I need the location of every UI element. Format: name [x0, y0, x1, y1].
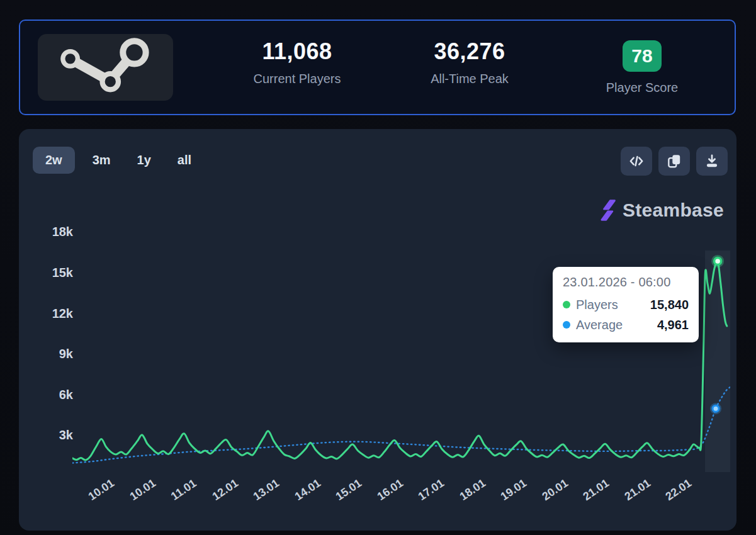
range-button-3m[interactable]: 3m: [84, 147, 120, 174]
download-icon: [704, 153, 720, 169]
range-button-all[interactable]: all: [169, 147, 200, 174]
chart-actions: [621, 147, 728, 176]
players-marker: [714, 257, 721, 264]
page: 11,068 Current Players 36,276 All-Time P…: [0, 0, 756, 535]
tooltip-average-value: 4,961: [657, 318, 689, 332]
all-time-peak-label: All-Time Peak: [383, 72, 556, 86]
range-button-1y[interactable]: 1y: [128, 147, 160, 174]
x-tick-label: 13.01: [246, 473, 287, 507]
x-tick-label: 19.01: [494, 473, 534, 507]
code-icon: [628, 153, 645, 169]
chart-tooltip: 23.01.2026 - 06:00 Players 15,840 Averag…: [553, 267, 699, 342]
x-tick-label: 11.01: [164, 473, 205, 507]
copy-button[interactable]: [658, 147, 690, 176]
x-tick-label: 17.01: [411, 473, 452, 507]
chart-panel: 2w 3m 1y all: [19, 129, 736, 531]
copy-icon: [666, 153, 682, 169]
current-players-label: Current Players: [211, 72, 383, 86]
average-dot-icon: [563, 321, 570, 329]
x-tick-label: 21.01: [576, 473, 617, 507]
stats-row: 11,068 Current Players 36,276 All-Time P…: [211, 40, 728, 95]
player-score-badge: 78: [623, 40, 662, 72]
time-range-selector: 2w 3m 1y all: [33, 147, 200, 174]
tooltip-players-row: Players 15,840: [563, 295, 689, 315]
x-tick-label: 10.01: [81, 473, 122, 507]
tooltip-average-row: Average 4,961: [563, 315, 689, 335]
range-button-2w[interactable]: 2w: [33, 147, 75, 174]
y-tick-label: 6k: [38, 387, 73, 402]
x-tick-label: 14.01: [287, 473, 328, 507]
x-tick-label: 20.01: [534, 473, 575, 507]
average-marker: [713, 405, 719, 412]
current-players-value: 11,068: [211, 40, 383, 63]
tooltip-average-label: Average: [576, 318, 623, 332]
y-tick-label: 12k: [38, 306, 73, 321]
steambase-glyph-icon: [601, 198, 618, 222]
stat-player-score: 78 Player Score: [556, 40, 728, 95]
steambase-wordmark: Steambase: [623, 200, 724, 221]
embed-code-button[interactable]: [621, 147, 652, 176]
tooltip-players-label: Players: [576, 298, 618, 312]
y-tick-label: 15k: [38, 265, 73, 280]
download-button[interactable]: [696, 147, 728, 176]
x-tick-label: 18.01: [452, 473, 493, 507]
steam-icon: [55, 36, 157, 99]
player-score-label: Player Score: [556, 81, 728, 95]
stats-card: 11,068 Current Players 36,276 All-Time P…: [19, 20, 736, 115]
steam-logo-tile: [38, 34, 173, 101]
stat-all-time-peak: 36,276 All-Time Peak: [383, 40, 556, 95]
hover-highlight-band: [705, 251, 730, 472]
tooltip-players-value: 15,840: [650, 298, 689, 312]
x-tick-label: 10.01: [122, 473, 163, 507]
x-tick-label: 16.01: [370, 473, 410, 507]
y-tick-label: 9k: [38, 346, 73, 361]
steambase-logo[interactable]: Steambase: [601, 198, 724, 222]
player-chart[interactable]: [72, 227, 730, 476]
x-tick-label: 12.01: [205, 473, 245, 507]
all-time-peak-value: 36,276: [383, 40, 556, 63]
y-tick-label: 3k: [38, 427, 73, 442]
x-tick-label: 21.01: [617, 473, 658, 507]
x-tick-label: 22.01: [658, 473, 699, 507]
y-tick-label: 18k: [38, 224, 73, 239]
x-tick-label: 15.01: [329, 473, 370, 507]
tooltip-date: 23.01.2026 - 06:00: [563, 275, 689, 290]
stat-current-players: 11,068 Current Players: [211, 40, 383, 95]
players-dot-icon: [563, 301, 570, 308]
